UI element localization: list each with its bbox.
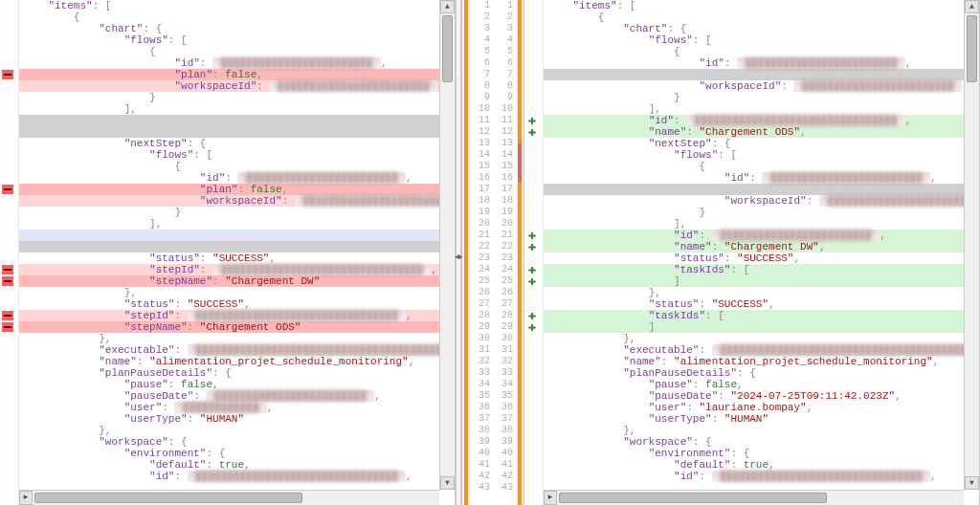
code-line[interactable] — [19, 230, 455, 241]
code-line[interactable]: "taskIds": [ — [544, 264, 979, 275]
code-line[interactable] — [19, 126, 455, 138]
code-line[interactable]: "status": "SUCCESS", — [544, 298, 979, 310]
code-line[interactable]: "id": "████████████████████████", — [19, 172, 455, 184]
code-line[interactable]: "pause": false, — [544, 379, 979, 390]
code-line[interactable]: "chart": { — [19, 23, 455, 34]
code-line[interactable]: } — [544, 207, 979, 218]
code-line[interactable]: { — [19, 11, 455, 23]
code-line[interactable]: } — [544, 92, 979, 103]
code-line[interactable]: "environment": { — [544, 448, 979, 459]
right-vertical-scrollbar[interactable]: ▲ ▼ — [964, 0, 979, 490]
code-line[interactable]: "workspace": { — [544, 436, 979, 448]
code-line[interactable]: "name": "alimentation_projet_schedule_mo… — [544, 356, 979, 367]
code-line[interactable]: "workspaceId": "████████████████████████… — [19, 80, 455, 92]
left-overview-ruler[interactable] — [462, 0, 470, 505]
scroll-right-icon[interactable]: ► — [19, 491, 33, 505]
code-line[interactable]: "workspaceId": "████████████████████████… — [19, 195, 455, 207]
left-code-area[interactable]: "items": [ { "chart": { "flows": [ { "id… — [19, 0, 455, 505]
code-line[interactable]: "status": "SUCCESS", — [19, 298, 455, 310]
add-marker-icon[interactable]: ✚ — [526, 127, 538, 137]
code-line[interactable]: "items": [ — [19, 0, 455, 11]
scroll-thumb[interactable] — [559, 493, 827, 503]
code-line[interactable]: ], — [544, 218, 979, 230]
code-line[interactable]: "id": "████████████████████████", — [544, 172, 979, 184]
add-marker-icon[interactable]: ✚ — [526, 242, 538, 252]
delete-marker-icon[interactable] — [2, 185, 13, 194]
code-line[interactable]: "user": "lauriane.bompay", — [544, 402, 979, 413]
scroll-down-icon[interactable]: ▼ — [440, 476, 455, 490]
right-code-area[interactable]: "items": [ { "chart": { "flows": [ { "id… — [544, 0, 979, 505]
code-line[interactable]: ] — [544, 321, 979, 333]
right-horizontal-scrollbar[interactable]: ◄ ► — [544, 490, 964, 505]
code-line[interactable]: "name": "Chargement DW", — [544, 241, 979, 252]
add-marker-icon[interactable]: ✚ — [526, 322, 538, 332]
code-line[interactable]: }, — [19, 333, 455, 344]
code-line[interactable]: "name": "alimentation_projet_schedule_mo… — [19, 356, 455, 367]
code-line[interactable]: "stepName": "Chargement ODS" — [19, 321, 455, 333]
code-line[interactable]: "id": "████████████████████████████████"… — [19, 471, 455, 482]
code-line[interactable]: "pauseDate": "2024-07-25T09:11:42.023Z", — [544, 390, 979, 402]
code-line[interactable]: ], — [19, 218, 455, 230]
code-line[interactable]: { — [19, 161, 455, 172]
code-line[interactable]: "planPauseDetails": { — [544, 367, 979, 379]
code-line[interactable]: "userType": "HUMAN" — [19, 413, 455, 425]
code-line[interactable]: "planPauseDetails": { — [19, 367, 455, 379]
code-line[interactable]: { — [19, 46, 455, 57]
code-line[interactable] — [19, 115, 455, 126]
code-line[interactable]: }, — [544, 425, 979, 436]
delete-marker-icon[interactable] — [2, 276, 13, 286]
code-line[interactable]: { — [544, 11, 979, 23]
right-overview-ruler[interactable] — [516, 0, 523, 505]
code-line[interactable]: "nextStep": { — [544, 138, 979, 149]
code-line[interactable]: "flows": [ — [19, 149, 455, 161]
delete-marker-icon[interactable] — [2, 322, 13, 332]
code-line[interactable]: "id": "████████████████████████████████"… — [544, 115, 979, 126]
code-line[interactable]: "workspaceId": "████████████████████████… — [544, 80, 979, 92]
code-line[interactable]: }, — [544, 333, 979, 344]
code-line[interactable]: "chart": { — [544, 23, 979, 34]
code-line[interactable]: "executable": "█████████████████████████… — [19, 344, 455, 356]
scroll-thumb[interactable] — [34, 493, 302, 503]
delete-marker-icon[interactable] — [2, 311, 13, 320]
code-line[interactable]: } — [19, 207, 455, 218]
code-line[interactable]: ] — [544, 275, 979, 287]
code-line[interactable]: "environment": { — [19, 448, 455, 459]
code-line[interactable]: }, — [544, 287, 979, 298]
code-line[interactable]: ], — [544, 103, 979, 115]
pane-splitter[interactable] — [456, 0, 461, 505]
code-line[interactable]: { — [544, 161, 979, 172]
code-line[interactable]: "default": true, — [19, 459, 455, 471]
left-vertical-scrollbar[interactable]: ▲ ▼ — [439, 0, 455, 490]
code-line[interactable]: ], — [19, 103, 455, 115]
code-line[interactable]: "stepId": "█████████████████████████████… — [19, 264, 455, 275]
code-line[interactable]: "name": "Chargement ODS", — [544, 126, 979, 138]
code-line[interactable]: } — [19, 92, 455, 103]
code-line[interactable]: "pauseDate": "████████████████████████", — [19, 390, 455, 402]
code-line[interactable]: "pause": false, — [19, 379, 455, 390]
code-line[interactable]: "user": "████████████", — [19, 402, 455, 413]
code-line[interactable]: "workspace": { — [19, 436, 455, 448]
code-line[interactable] — [544, 184, 979, 195]
delete-marker-icon[interactable] — [2, 265, 13, 274]
left-horizontal-scrollbar[interactable]: ◄ ► — [19, 490, 439, 505]
code-line[interactable]: "id": "████████████████████████████████"… — [544, 471, 979, 482]
code-line[interactable]: "id": "████████████████████████", — [19, 57, 455, 69]
code-line[interactable]: "workspaceId": "████████████████████████… — [544, 195, 979, 207]
code-line[interactable]: "taskIds": [ — [544, 310, 979, 321]
code-line[interactable]: "flows": [ — [544, 149, 979, 161]
code-line[interactable]: "id": "████████████████████████", — [544, 230, 979, 241]
code-line[interactable]: "id": "████████████████████████", — [544, 57, 979, 69]
code-line[interactable]: "items": [ — [544, 0, 979, 11]
code-line[interactable]: "status": "SUCCESS", — [19, 252, 455, 264]
scroll-down-icon[interactable]: ▼ — [965, 476, 979, 490]
code-line[interactable]: }, — [19, 287, 455, 298]
code-line[interactable]: }, — [19, 425, 455, 436]
code-line[interactable] — [19, 241, 455, 252]
code-line[interactable]: "nextStep": { — [19, 138, 455, 149]
code-line[interactable]: "userType": "HUMAN" — [544, 413, 979, 425]
code-line[interactable]: "executable": "█████████████████████████… — [544, 344, 979, 356]
add-marker-icon[interactable]: ✚ — [526, 276, 538, 286]
scroll-up-icon[interactable]: ▲ — [440, 0, 455, 13]
code-line[interactable]: "plan": false, — [19, 69, 455, 80]
code-line[interactable]: "stepName": "Chargement DW" — [19, 275, 455, 287]
